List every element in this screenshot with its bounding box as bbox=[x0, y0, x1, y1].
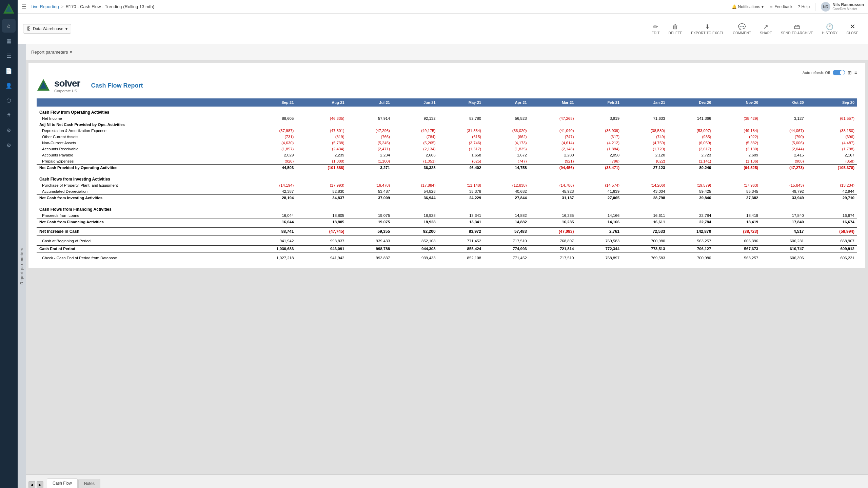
data-warehouse-selector[interactable]: 🗄 Data Warehouse ▾ bbox=[23, 24, 71, 34]
cell-value bbox=[761, 107, 807, 115]
cell-value: (53,097) bbox=[668, 128, 714, 134]
cell-value: (796) bbox=[577, 158, 623, 165]
cell-value: (2,617) bbox=[668, 146, 714, 152]
comment-button[interactable]: 💬 COMMENT bbox=[729, 21, 755, 37]
send-archive-button[interactable]: 🗃 SEND TO ARCHIVE bbox=[777, 21, 817, 37]
sidebar-item-wrench[interactable]: ⚙ bbox=[2, 124, 16, 137]
sidebar-item-documents[interactable]: 📄 bbox=[2, 64, 16, 77]
sidebar-item-reports[interactable]: ☰ bbox=[2, 49, 16, 62]
user-info[interactable]: NR Nils Rasmussen CoreDev Master bbox=[821, 2, 864, 12]
notifications-button[interactable]: 🔔 Notifications ▾ bbox=[732, 4, 764, 9]
cell-value: 567,673 bbox=[714, 245, 761, 252]
cell-value: (38,150) bbox=[807, 128, 857, 134]
cell-value: 55,345 bbox=[714, 188, 761, 195]
tab-notes[interactable]: Notes bbox=[78, 479, 100, 488]
cell-value bbox=[296, 121, 347, 128]
toggle-thumb bbox=[840, 70, 845, 75]
cell-value: (17,993) bbox=[296, 182, 347, 188]
cell-value: 3,271 bbox=[347, 165, 393, 171]
col-header-aug21: Aug-21 bbox=[296, 98, 347, 107]
cell-value bbox=[393, 204, 438, 212]
cell-value: (14,194) bbox=[244, 182, 297, 188]
cell-value: (49,175) bbox=[393, 128, 438, 134]
cell-value bbox=[484, 204, 530, 212]
cell-value: 19,075 bbox=[347, 219, 393, 225]
sidebar-item-calculator[interactable]: # bbox=[2, 109, 16, 122]
breadcrumb-live-reporting[interactable]: Live Reporting bbox=[31, 4, 59, 9]
row-label: Non-Current Assets bbox=[37, 140, 244, 146]
user-details: Nils Rasmussen CoreDev Master bbox=[832, 2, 864, 11]
cell-value: 700,980 bbox=[622, 238, 668, 244]
cell-value: (908) bbox=[761, 158, 807, 165]
cell-value: (662) bbox=[484, 134, 530, 140]
cell-value: 855,424 bbox=[438, 245, 484, 252]
table-row: Net Income88,605(46,335)57,91492,13282,7… bbox=[37, 115, 857, 121]
history-button[interactable]: 🕐 HISTORY bbox=[818, 21, 842, 37]
cell-value: 2,761 bbox=[577, 228, 623, 235]
cell-value: 606,396 bbox=[761, 255, 807, 261]
sidebar-item-home[interactable]: ⌂ bbox=[2, 19, 16, 33]
col-header-sep21: Sep-21 bbox=[244, 98, 297, 107]
table-row: Non-Current Assets(4,630)(5,738)(5,245)(… bbox=[37, 140, 857, 146]
hamburger-menu[interactable]: ☰ bbox=[22, 3, 26, 10]
cell-value bbox=[296, 107, 347, 115]
auto-refresh-toggle[interactable] bbox=[833, 70, 845, 75]
sidebar-item-people[interactable]: 👤 bbox=[2, 79, 16, 92]
sidebar-item-charts[interactable]: ▦ bbox=[2, 34, 16, 48]
cell-value bbox=[807, 173, 857, 182]
app-logo[interactable] bbox=[3, 3, 15, 15]
cell-value: (38,580) bbox=[622, 128, 668, 134]
history-icon: 🕐 bbox=[826, 23, 833, 31]
edit-button[interactable]: ✏ EDIT bbox=[648, 21, 664, 37]
row-label: Net Cash from Financing Activities bbox=[37, 219, 244, 225]
row-label: Cash at Beginning of Period bbox=[37, 238, 244, 244]
cell-value: 57,914 bbox=[347, 115, 393, 121]
cell-value: 53,487 bbox=[347, 188, 393, 195]
cell-value bbox=[622, 173, 668, 182]
sidebar-item-settings[interactable]: ⚙ bbox=[2, 138, 16, 152]
table-row: Prepaid Expenses(926)(1,000)(1,100)(1,05… bbox=[37, 158, 857, 165]
content-wrapper: Report parameters Report parameters ▾ Au… bbox=[18, 44, 868, 488]
cell-value: (4,759) bbox=[622, 140, 668, 146]
feedback-button[interactable]: ☺ Feedback bbox=[769, 4, 792, 9]
help-button[interactable]: ? Help bbox=[798, 4, 810, 9]
sidebar-item-layers[interactable]: ⬡ bbox=[2, 94, 16, 107]
cell-value: 563,257 bbox=[714, 255, 761, 261]
cell-value: 34,837 bbox=[296, 195, 347, 201]
report-params-button[interactable]: Report parameters ▾ bbox=[31, 50, 72, 55]
main-area: ☰ Live Reporting > R170 - Cash Flow - Tr… bbox=[18, 0, 868, 488]
cell-value bbox=[668, 107, 714, 115]
cell-value: 18,928 bbox=[393, 212, 438, 219]
cell-value: 771,452 bbox=[484, 255, 530, 261]
cell-value bbox=[244, 173, 297, 182]
export-excel-button[interactable]: ⬇ EXPORT TO EXCEL bbox=[687, 21, 728, 37]
cell-value bbox=[807, 121, 857, 128]
solver-wordmark: solver bbox=[54, 78, 80, 89]
table-row: Cash Flow from Operating Activities bbox=[37, 107, 857, 115]
cell-value: 768,897 bbox=[530, 238, 577, 244]
row-label: Check - Cash End of Period from Database bbox=[37, 255, 244, 261]
tab-cash-flow[interactable]: Cash Flow bbox=[47, 478, 78, 488]
tab-prev-button[interactable]: ◀ bbox=[28, 481, 35, 488]
grid-view-icon[interactable]: ⊞ bbox=[848, 70, 852, 75]
delete-button[interactable]: 🗑 DELETE bbox=[665, 21, 687, 37]
toolbar-left: 🗄 Data Warehouse ▾ bbox=[23, 24, 71, 34]
breadcrumb: Live Reporting > R170 - Cash Flow - Tren… bbox=[31, 4, 154, 9]
list-view-icon[interactable]: ≡ bbox=[854, 70, 857, 75]
tab-navigation: ◀ ▶ bbox=[28, 481, 43, 488]
cell-value bbox=[393, 107, 438, 115]
cell-value: 769,583 bbox=[577, 238, 623, 244]
tab-next-button[interactable]: ▶ bbox=[37, 481, 43, 488]
cell-value: (822) bbox=[622, 158, 668, 165]
cell-value: 35,378 bbox=[438, 188, 484, 195]
cell-value: (11,148) bbox=[438, 182, 484, 188]
cell-value: 774,993 bbox=[484, 245, 530, 252]
cell-value: 45,923 bbox=[530, 188, 577, 195]
share-button[interactable]: ↗ SHARE bbox=[756, 21, 776, 37]
close-button[interactable]: ✕ CLOSE bbox=[843, 20, 863, 37]
cell-value bbox=[244, 107, 297, 115]
cell-value: (94,525) bbox=[714, 165, 761, 171]
cell-value: 606,396 bbox=[714, 238, 761, 244]
cell-value: 16,235 bbox=[530, 212, 577, 219]
cell-value bbox=[438, 204, 484, 212]
